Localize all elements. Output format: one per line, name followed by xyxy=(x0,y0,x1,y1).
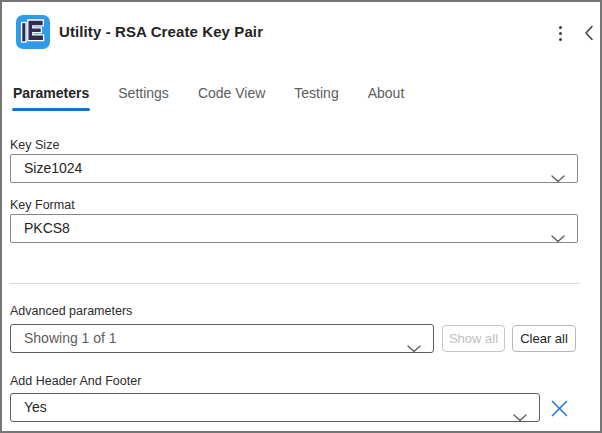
tab-testing[interactable]: Testing xyxy=(293,83,339,111)
chevron-down-icon xyxy=(513,404,527,431)
key-size-label: Key Size xyxy=(10,138,59,152)
tab-label: Code View xyxy=(198,85,265,101)
tab-label: About xyxy=(368,85,405,101)
active-tab-underline xyxy=(12,108,90,111)
section-divider xyxy=(10,283,580,284)
show-all-button[interactable]: Show all xyxy=(442,325,505,352)
chevron-down-icon xyxy=(407,335,421,362)
key-size-value: Size1024 xyxy=(24,160,82,176)
chevron-left-icon[interactable] xyxy=(579,21,599,45)
key-format-dropdown[interactable]: PKCS8 xyxy=(10,214,578,243)
tab-code-view[interactable]: Code View xyxy=(197,83,266,111)
add-header-footer-dropdown[interactable]: Yes xyxy=(10,393,540,422)
advanced-parameters-value: Showing 1 of 1 xyxy=(24,330,117,346)
encodian-e-logo-icon xyxy=(16,15,50,49)
tab-label: Settings xyxy=(118,85,169,101)
advanced-parameters-label: Advanced parameters xyxy=(10,304,132,318)
page-title: Utility - RSA Create Key Pair xyxy=(59,23,263,40)
tab-parameters[interactable]: Parameters xyxy=(12,83,90,111)
key-format-value: PKCS8 xyxy=(24,220,70,236)
advanced-parameters-dropdown[interactable]: Showing 1 of 1 xyxy=(10,324,434,353)
add-header-footer-value: Yes xyxy=(24,399,47,415)
key-format-label: Key Format xyxy=(10,198,75,212)
tab-settings[interactable]: Settings xyxy=(117,83,170,111)
ellipsis-dot xyxy=(559,32,562,35)
action-card: Utility - RSA Create Key Pair Parameters… xyxy=(0,0,602,433)
chevron-down-icon xyxy=(551,225,565,252)
clear-all-button[interactable]: Clear all xyxy=(512,325,576,352)
ellipsis-dot xyxy=(559,26,562,29)
ellipsis-dot xyxy=(559,38,562,41)
key-size-dropdown[interactable]: Size1024 xyxy=(10,154,578,183)
tab-bar: Parameters Settings Code View Testing Ab… xyxy=(12,83,405,111)
add-header-footer-label: Add Header And Footer xyxy=(10,374,141,388)
tab-about[interactable]: About xyxy=(367,83,406,111)
chevron-down-icon xyxy=(551,165,565,192)
tab-label: Parameters xyxy=(13,85,89,101)
more-options-icon[interactable] xyxy=(548,19,572,47)
tab-label: Testing xyxy=(294,85,338,101)
remove-parameter-x-icon[interactable] xyxy=(548,397,570,419)
